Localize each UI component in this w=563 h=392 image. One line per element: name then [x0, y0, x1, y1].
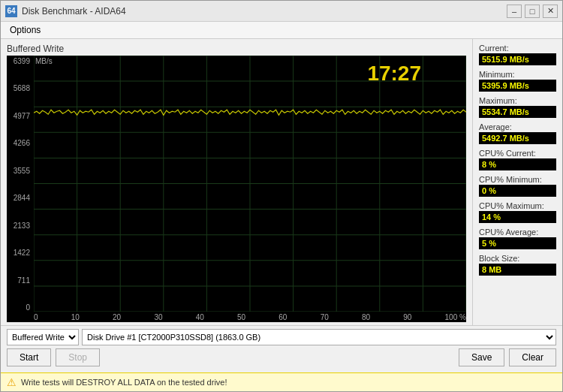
y-label-4977: 4977 [7, 112, 32, 120]
main-content: Buffered Write MB/s 6399 5688 4977 4266 … [1, 39, 562, 325]
cpu-minimum-value: 0 % [479, 185, 556, 197]
y-label-4266: 4266 [7, 139, 32, 147]
controls-row1: Buffered Write Disk Drive #1 [CT2000P310… [7, 329, 556, 345]
x-label-50: 50 [237, 313, 245, 321]
cpu-maximum-label: CPU% Maximum: [479, 201, 556, 210]
cpu-maximum-value: 14 % [479, 211, 556, 223]
current-value: 5515.9 MB/s [479, 53, 556, 65]
y-axis-labels: 6399 5688 4977 4266 3555 2844 2133 1422 … [7, 56, 34, 322]
app-icon: 64 [5, 5, 17, 17]
menu-options[interactable]: Options [5, 23, 45, 37]
block-size-value: 8 MB [479, 264, 556, 276]
cpu-average-label: CPU% Average: [479, 228, 556, 237]
stat-maximum: Maximum: 5534.7 MB/s [479, 96, 556, 118]
start-button[interactable]: Start [7, 348, 51, 366]
cpu-current-label: CPU% Current: [479, 149, 556, 158]
average-label: Average: [479, 122, 556, 131]
cpu-current-value: 8 % [479, 158, 556, 170]
save-button[interactable]: Save [459, 348, 504, 366]
average-value: 5492.7 MB/s [479, 132, 556, 144]
y-label-3555: 3555 [7, 167, 32, 175]
x-label-40: 40 [196, 313, 204, 321]
y-label-2133: 2133 [7, 222, 32, 230]
window-title: Disk Benchmark - AIDA64 [22, 6, 126, 17]
controls-area: Buffered Write Disk Drive #1 [CT2000P310… [1, 325, 562, 372]
minimum-label: Minimum: [479, 70, 556, 79]
warning-icon: ⚠ [7, 376, 17, 388]
cpu-minimum-label: CPU% Minimum: [479, 175, 556, 184]
timer-display: 17:27 [367, 62, 421, 86]
title-bar-left: 64 Disk Benchmark - AIDA64 [5, 5, 126, 17]
stat-cpu-average: CPU% Average: 5 % [479, 228, 556, 249]
clear-button[interactable]: Clear [509, 348, 556, 366]
maximize-button[interactable]: □ [525, 5, 540, 18]
current-label: Current: [479, 44, 556, 53]
chart-container: MB/s 6399 5688 4977 4266 3555 2844 2133 … [7, 56, 466, 322]
stats-sidebar: Current: 5515.9 MB/s Minimum: 5395.9 MB/… [472, 39, 562, 325]
stat-average: Average: 5492.7 MB/s [479, 122, 556, 144]
minimize-button[interactable]: – [507, 5, 522, 18]
close-button[interactable]: ✕ [543, 5, 558, 18]
main-window: 64 Disk Benchmark - AIDA64 – □ ✕ Options… [0, 0, 563, 392]
stat-block-size: Block Size: 8 MB [479, 254, 556, 276]
stop-button[interactable]: Stop [56, 348, 100, 366]
y-label-2844: 2844 [7, 194, 32, 202]
x-label-100: 100 % [445, 313, 466, 321]
maximum-value: 5534.7 MB/s [479, 106, 556, 118]
chart-area: Buffered Write MB/s 6399 5688 4977 4266 … [1, 39, 472, 325]
warning-text: Write tests will DESTROY ALL DATA on the… [21, 378, 227, 387]
x-label-70: 70 [321, 313, 329, 321]
stat-current: Current: 5515.9 MB/s [479, 44, 556, 65]
x-label-90: 90 [403, 313, 411, 321]
maximum-label: Maximum: [479, 96, 556, 105]
cpu-average-value: 5 % [479, 237, 556, 249]
controls-row2: Start Stop Save Clear [7, 348, 556, 366]
y-label-0: 0 [7, 303, 32, 312]
x-label-10: 10 [71, 313, 80, 321]
x-axis-labels: 0 10 20 30 40 50 60 70 80 90 100 % [34, 312, 466, 322]
title-controls: – □ ✕ [507, 5, 558, 18]
x-label-0: 0 [34, 313, 38, 321]
y-label-711: 711 [7, 276, 32, 285]
menu-bar: Options [1, 22, 562, 39]
chart-svg [34, 56, 466, 312]
y-label-1422: 1422 [7, 249, 32, 257]
x-label-60: 60 [278, 313, 287, 321]
x-label-80: 80 [362, 313, 370, 321]
y-label-6399: 6399 [7, 57, 32, 65]
chart-inner: 17:27 [34, 56, 466, 312]
y-label-5688: 5688 [7, 84, 32, 92]
block-size-label: Block Size: [479, 254, 556, 263]
minimum-value: 5395.9 MB/s [479, 80, 556, 92]
warning-bar: ⚠ Write tests will DESTROY ALL DATA on t… [1, 372, 562, 391]
test-type-select[interactable]: Buffered Write [7, 329, 79, 345]
chart-title: Buffered Write [7, 44, 466, 54]
disk-select[interactable]: Disk Drive #1 [CT2000P310SSD8] (1863.0 G… [82, 329, 556, 345]
stat-cpu-minimum: CPU% Minimum: 0 % [479, 175, 556, 197]
stat-cpu-maximum: CPU% Maximum: 14 % [479, 201, 556, 223]
x-label-30: 30 [154, 313, 162, 321]
x-label-20: 20 [113, 313, 121, 321]
stat-cpu-current: CPU% Current: 8 % [479, 149, 556, 170]
stat-minimum: Minimum: 5395.9 MB/s [479, 70, 556, 92]
title-bar: 64 Disk Benchmark - AIDA64 – □ ✕ [1, 1, 562, 22]
